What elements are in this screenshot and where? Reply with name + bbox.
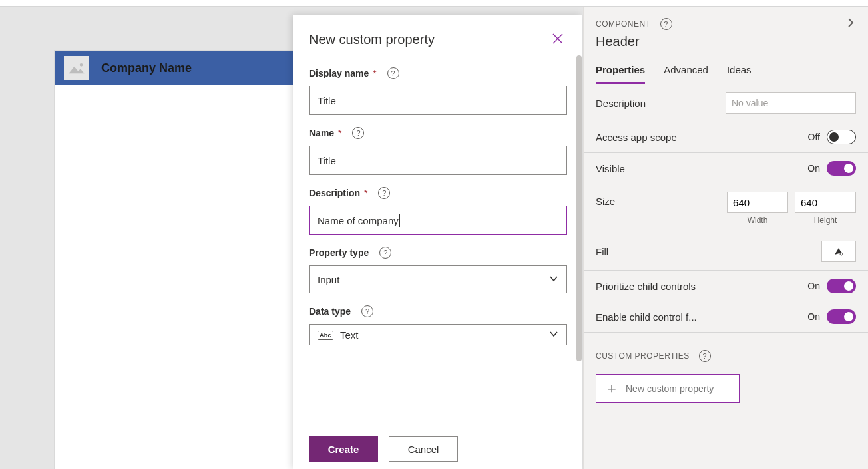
toggle-state-text: On <box>807 311 820 322</box>
display-name-label: Display name * ? <box>309 67 566 79</box>
pane-tabs: Properties Advanced Ideas <box>584 57 868 84</box>
dialog-title: New custom property <box>309 32 435 47</box>
description-value-input[interactable]: No value <box>726 92 856 114</box>
visible-toggle[interactable] <box>827 161 856 176</box>
data-type-label: Data type ? <box>309 305 566 317</box>
custom-properties-header: CUSTOM PROPERTIES ? <box>584 333 868 366</box>
field-data-type: Data type ? Abc Text <box>309 305 566 345</box>
help-icon[interactable]: ? <box>660 18 672 30</box>
row-access-scope: Access app scope Off <box>584 122 868 152</box>
row-label: Size <box>596 196 615 207</box>
help-icon[interactable]: ? <box>361 305 373 317</box>
image-placeholder-icon <box>64 56 89 80</box>
tab-ideas[interactable]: Ideas <box>727 57 752 84</box>
chevron-right-icon[interactable] <box>845 17 856 30</box>
pane-section-header: COMPONENT ? <box>584 7 868 34</box>
property-list: Description No value Access app scope Of… <box>584 84 868 418</box>
dialog-header: New custom property <box>293 15 582 55</box>
properties-pane: COMPONENT ? Header Properties Advanced I… <box>583 7 868 469</box>
row-enable-child: Enable child control f... On <box>584 301 868 332</box>
field-display-name: Display name * ? <box>309 67 566 115</box>
fill-color-picker[interactable] <box>821 241 856 262</box>
field-name: Name * ? <box>309 127 566 175</box>
tab-advanced[interactable]: Advanced <box>664 57 708 84</box>
property-type-label: Property type ? <box>309 247 566 259</box>
plus-icon: ＋ <box>604 381 619 396</box>
name-label: Name * ? <box>309 127 566 139</box>
prioritize-child-toggle[interactable] <box>827 279 856 293</box>
enable-child-toggle[interactable] <box>827 309 856 324</box>
field-property-type: Property type ? Input <box>309 247 566 293</box>
app-root: Company Name New custom property Display… <box>0 0 868 469</box>
chevron-down-icon <box>549 274 558 285</box>
chevron-down-icon <box>549 329 558 341</box>
row-size: Size Width Height <box>584 184 868 233</box>
help-icon[interactable]: ? <box>379 247 391 259</box>
dialog-body: Display name * ? Name * ? Description * … <box>293 55 582 429</box>
property-type-select[interactable]: Input <box>309 265 567 293</box>
pane-section-title: COMPONENT <box>596 19 651 29</box>
row-label: Prioritize child controls <box>596 281 696 292</box>
row-fill: Fill <box>584 233 868 270</box>
svg-point-5 <box>840 253 843 255</box>
help-icon[interactable]: ? <box>352 127 364 139</box>
width-input[interactable] <box>727 192 788 213</box>
text-type-icon: Abc <box>318 331 333 340</box>
close-icon[interactable] <box>551 32 564 45</box>
row-label: Fill <box>596 246 608 257</box>
height-input[interactable] <box>795 192 856 213</box>
field-description: Description * ? Name of company <box>309 187 566 235</box>
toolbar-strip <box>0 0 868 7</box>
toggle-state-text: Off <box>808 132 820 142</box>
new-custom-property-dialog: New custom property Display name * ? Nam… <box>293 15 582 469</box>
name-input[interactable] <box>309 146 567 175</box>
svg-point-2 <box>80 63 83 67</box>
toggle-state-text: On <box>807 281 820 291</box>
row-visible: Visible On <box>584 153 868 184</box>
dialog-footer: Create Cancel <box>293 429 582 469</box>
display-name-input[interactable] <box>309 86 567 115</box>
row-label: Access app scope <box>596 132 677 143</box>
row-label: Description <box>596 98 646 109</box>
height-label: Height <box>795 216 856 225</box>
dialog-scrollbar[interactable] <box>576 55 582 361</box>
row-description: Description No value <box>584 84 868 122</box>
pane-title: Header <box>584 34 868 57</box>
create-button[interactable]: Create <box>309 436 378 462</box>
help-icon[interactable]: ? <box>378 187 390 199</box>
width-label: Width <box>727 216 788 225</box>
description-input[interactable]: Name of company <box>309 206 567 235</box>
company-name-label: Company Name <box>101 61 192 75</box>
description-label: Description * ? <box>309 187 566 199</box>
row-prioritize-child: Prioritize child controls On <box>584 271 868 301</box>
new-custom-property-button[interactable]: ＋ New custom property <box>596 374 740 403</box>
help-icon[interactable]: ? <box>387 67 399 79</box>
help-icon[interactable]: ? <box>699 350 711 362</box>
row-label: Enable child control f... <box>596 311 697 323</box>
row-label: Visible <box>596 163 625 174</box>
data-type-select[interactable]: Abc Text <box>309 324 567 345</box>
access-scope-toggle[interactable] <box>827 130 856 144</box>
cancel-button[interactable]: Cancel <box>389 436 458 462</box>
toggle-state-text: On <box>807 163 820 174</box>
tab-properties[interactable]: Properties <box>596 57 645 84</box>
